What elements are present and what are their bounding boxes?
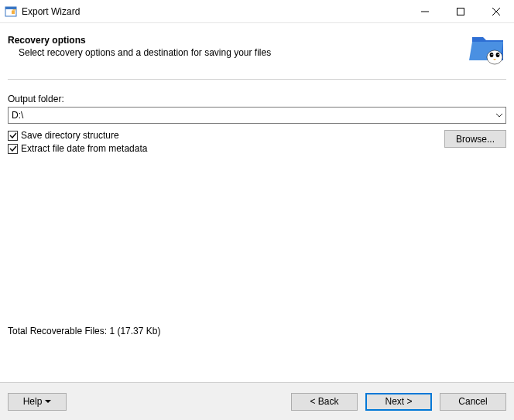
help-button-label: Help [23, 396, 43, 407]
svg-point-11 [498, 54, 499, 56]
window-controls [407, 0, 514, 22]
output-folder-combobox[interactable]: D:\ [8, 107, 506, 124]
wizard-header: Recovery options Select recovery options… [0, 23, 514, 70]
next-button-label: Next > [385, 396, 412, 407]
svg-rect-3 [457, 8, 464, 15]
browse-button-label: Browse... [456, 134, 495, 145]
app-icon [5, 5, 17, 18]
cancel-button[interactable]: Cancel [440, 393, 506, 411]
wizard-content: Output folder: D:\ Save directory struct… [0, 70, 514, 159]
minimize-button[interactable] [407, 0, 443, 22]
browse-button[interactable]: Browse... [444, 130, 506, 148]
checkbox-save-directory-label: Save directory structure [21, 130, 119, 141]
checkbox-checked-icon [8, 131, 18, 141]
help-button[interactable]: Help [8, 393, 67, 411]
chevron-down-icon [492, 108, 505, 123]
chevron-down-icon [45, 400, 51, 403]
checkbox-extract-date-label: Extract file date from metadata [21, 143, 147, 154]
total-recoverable-label: Total Recoverable Files: 1 (17.37 Kb) [8, 326, 160, 336]
checkbox-save-directory[interactable]: Save directory structure [8, 130, 437, 141]
back-button-label: < Back [310, 396, 338, 407]
window-title: Export Wizard [22, 6, 407, 17]
checkbox-extract-date[interactable]: Extract file date from metadata [8, 143, 437, 154]
output-folder-label: Output folder: [8, 94, 506, 104]
titlebar: Export Wizard [0, 0, 514, 23]
wizard-footer: Help < Back Next > Cancel [0, 383, 514, 420]
checkbox-checked-icon [8, 144, 18, 154]
page-heading: Recovery options [8, 35, 271, 46]
wizard-folder-icon [468, 26, 508, 67]
maximize-button[interactable] [443, 0, 478, 22]
cancel-button-label: Cancel [458, 396, 487, 407]
next-button[interactable]: Next > [365, 393, 432, 411]
close-button[interactable] [478, 0, 514, 22]
back-button[interactable]: < Back [291, 393, 358, 411]
svg-rect-1 [5, 7, 16, 9]
svg-point-10 [492, 54, 493, 56]
page-subheading: Select recovery options and a destinatio… [19, 47, 271, 58]
separator [8, 79, 506, 80]
output-folder-value: D:\ [9, 108, 492, 123]
